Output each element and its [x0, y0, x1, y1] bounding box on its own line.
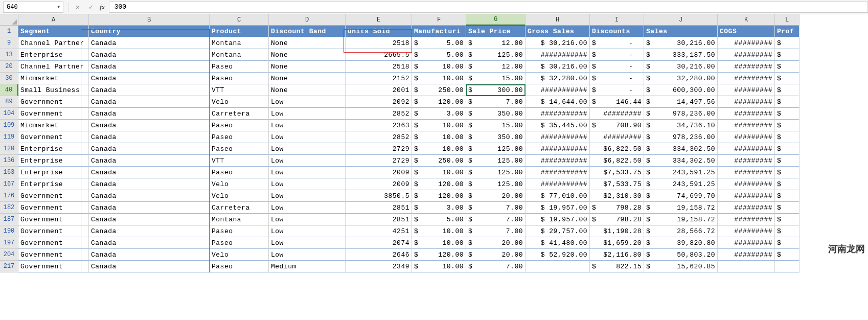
cell[interactable]: $ 30,216.00 [526, 61, 590, 73]
row-header[interactable]: 187 [0, 214, 18, 225]
cell[interactable]: $334,302.50 [644, 155, 718, 167]
cell[interactable]: $ 19,957.00 [526, 214, 590, 225]
header-cell-C[interactable]: Product [210, 26, 269, 37]
cell[interactable]: 2729 [346, 143, 412, 155]
cell[interactable]: Midmarket [18, 120, 89, 131]
cell[interactable]: $ 35,445.00 [526, 120, 590, 131]
row-header[interactable]: 119 [0, 131, 18, 143]
cell[interactable]: Enterprise [18, 143, 89, 155]
cell[interactable]: Canada [89, 261, 210, 272]
formula-input[interactable]: 300 [109, 2, 868, 13]
header-cell-J[interactable]: Sales [644, 26, 718, 37]
row-header[interactable]: 30 [0, 73, 18, 84]
cell[interactable]: VTT [210, 155, 269, 167]
cell[interactable]: Canada [89, 49, 210, 61]
cell[interactable]: $10.00 [412, 261, 466, 272]
cell[interactable]: Government [18, 261, 89, 272]
cell[interactable]: $15.00 [466, 73, 526, 84]
name-box[interactable]: G40 ▼ [3, 2, 63, 13]
cell[interactable]: $7.00 [466, 225, 526, 237]
select-all-corner[interactable] [0, 14, 18, 26]
cell[interactable]: Montana [210, 49, 269, 61]
cell[interactable]: 2852 [346, 131, 412, 143]
cell[interactable]: Low [269, 108, 346, 120]
cell[interactable]: 2009 [346, 178, 412, 190]
cell[interactable]: $74,699.70 [644, 190, 718, 202]
cell[interactable]: $12.00 [466, 61, 526, 73]
cell[interactable]: Low [269, 131, 346, 143]
cell[interactable]: 2074 [346, 237, 412, 249]
cell[interactable]: Velo [210, 96, 269, 108]
cell[interactable]: Carretera [210, 108, 269, 120]
cell[interactable]: ######### [718, 237, 775, 249]
cell[interactable]: $28,566.72 [644, 225, 718, 237]
cell[interactable]: $ [775, 96, 800, 108]
cell[interactable]: $ [775, 73, 800, 84]
cell[interactable]: ######### [718, 61, 775, 73]
cell[interactable]: $1,659.20 [590, 237, 644, 249]
column-header-E[interactable]: E [346, 14, 412, 26]
confirm-icon[interactable]: ✓ [84, 2, 98, 13]
cell[interactable]: Low [269, 96, 346, 108]
cell[interactable]: $30,216.00 [644, 61, 718, 73]
cell[interactable]: ######### [718, 84, 775, 96]
cell[interactable]: $125.00 [466, 49, 526, 61]
cell[interactable]: Small Business [18, 84, 89, 96]
column-header-I[interactable]: I [590, 14, 644, 26]
cell[interactable]: $20.00 [466, 237, 526, 249]
cell[interactable]: ######### [718, 120, 775, 131]
cell[interactable]: $7.00 [466, 202, 526, 214]
cell[interactable]: $20.00 [466, 190, 526, 202]
cell[interactable]: ######### [718, 155, 775, 167]
cell[interactable]: $125.00 [466, 178, 526, 190]
cell[interactable]: Paseo [210, 167, 269, 178]
cell[interactable]: $125.00 [466, 155, 526, 167]
cell[interactable]: $14,497.56 [644, 96, 718, 108]
cell[interactable]: $10.00 [412, 61, 466, 73]
cell[interactable]: Paseo [210, 120, 269, 131]
cell[interactable]: Paseo [210, 143, 269, 155]
row-header[interactable]: 176 [0, 190, 18, 202]
cell[interactable]: $ [775, 131, 800, 143]
cell[interactable]: $120.00 [412, 190, 466, 202]
cell[interactable]: $ [775, 155, 800, 167]
cell[interactable]: 2152 [346, 73, 412, 84]
cell[interactable]: ######### [718, 143, 775, 155]
cell[interactable]: $ - [590, 61, 644, 73]
cell[interactable]: $7,533.75 [590, 167, 644, 178]
cell[interactable]: Government [18, 190, 89, 202]
cell[interactable]: ######### [718, 49, 775, 61]
cell[interactable]: Canada [89, 155, 210, 167]
row-header[interactable]: 204 [0, 249, 18, 261]
cell[interactable]: ######### [718, 96, 775, 108]
cell[interactable]: Velo [210, 249, 269, 261]
cell[interactable]: $120.00 [412, 178, 466, 190]
cell[interactable]: $ [775, 61, 800, 73]
cell[interactable]: $250.00 [412, 84, 466, 96]
cell[interactable]: $ [775, 190, 800, 202]
cell[interactable]: $6,822.50 [590, 143, 644, 155]
cell[interactable]: $120.00 [412, 249, 466, 261]
cell[interactable]: Canada [89, 249, 210, 261]
cell[interactable]: $798.28 [590, 202, 644, 214]
cell[interactable]: ######### [718, 178, 775, 190]
cell[interactable]: Low [269, 120, 346, 131]
cell[interactable]: None [269, 61, 346, 73]
cell[interactable]: $ [775, 120, 800, 131]
cell[interactable]: ########### [526, 108, 590, 120]
cell[interactable]: Canada [89, 214, 210, 225]
row-header[interactable]: 136 [0, 155, 18, 167]
cell[interactable]: 2349 [346, 261, 412, 272]
header-cell-I[interactable]: Discounts [590, 26, 644, 37]
cell[interactable]: $10.00 [412, 131, 466, 143]
cell[interactable]: ########### [526, 167, 590, 178]
row-header[interactable]: 217 [0, 261, 18, 272]
cell[interactable]: Low [269, 143, 346, 155]
cell[interactable] [526, 261, 590, 272]
fx-icon[interactable]: fx [100, 3, 105, 11]
cell[interactable]: None [269, 84, 346, 96]
cell[interactable]: Enterprise [18, 49, 89, 61]
cell[interactable]: $ [775, 249, 800, 261]
cell[interactable]: $ [775, 178, 800, 190]
row-header[interactable]: 120 [0, 143, 18, 155]
